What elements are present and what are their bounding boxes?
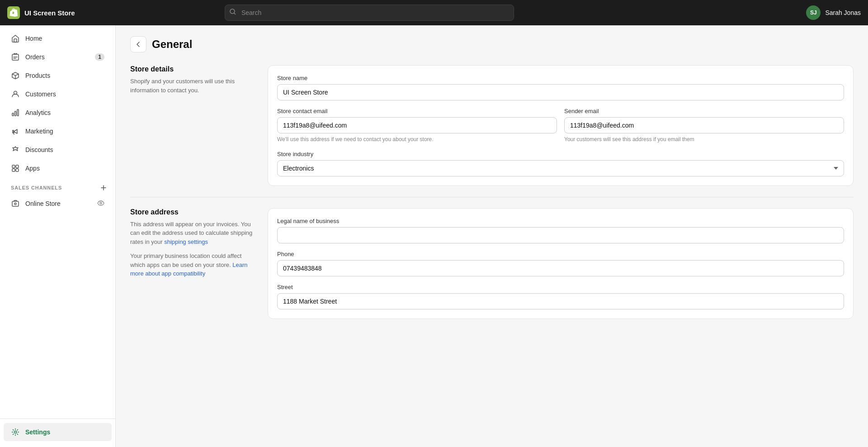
sidebar-item-settings[interactable]: Settings xyxy=(4,423,112,441)
phone-field-group: Phone xyxy=(277,251,844,276)
store-name-label: Store name xyxy=(277,75,844,81)
street-input[interactable] xyxy=(277,293,844,309)
store-industry-select[interactable]: Electronics Apparel & Accessories Food &… xyxy=(277,160,844,176)
store-details-title: Store details xyxy=(130,65,257,73)
sidebar-label-apps: Apps xyxy=(25,165,40,172)
email-row: Store contact email We'll use this addre… xyxy=(277,108,844,151)
search-icon xyxy=(229,8,236,17)
marketing-icon xyxy=(11,127,20,136)
store-details-desc: Shopify and your customers will use this… xyxy=(130,77,257,95)
sidebar-item-home[interactable]: Home xyxy=(4,29,112,48)
sender-email-field-group: Sender email Your customers will see thi… xyxy=(564,108,844,151)
page-title: General xyxy=(152,38,192,51)
svg-rect-12 xyxy=(12,201,19,206)
sidebar: Home Orders 1 Products xyxy=(0,25,116,447)
discounts-icon xyxy=(11,145,20,154)
apps-icon xyxy=(11,164,20,173)
store-contact-email-label: Store contact email xyxy=(277,108,557,114)
sender-email-label: Sender email xyxy=(564,108,844,114)
section-divider xyxy=(130,197,854,197)
sidebar-item-orders[interactable]: Orders 1 xyxy=(4,48,112,66)
svg-point-13 xyxy=(14,203,16,205)
back-button[interactable] xyxy=(130,36,146,52)
store-address-desc: This address will appear on your invoice… xyxy=(130,220,257,247)
sender-email-hint: Your customers will see this address if … xyxy=(564,136,844,143)
orders-badge: 1 xyxy=(95,53,104,61)
sidebar-item-marketing[interactable]: Marketing xyxy=(4,122,112,140)
street-field-group: Street xyxy=(277,284,844,309)
sidebar-footer: Settings xyxy=(0,418,115,447)
phone-input[interactable] xyxy=(277,260,844,276)
store-contact-hint: We'll use this address if we need to con… xyxy=(277,136,557,143)
svg-point-15 xyxy=(14,431,17,433)
phone-label: Phone xyxy=(277,251,844,257)
layout: Home Orders 1 Products xyxy=(0,25,868,447)
store-address-title: Store address xyxy=(130,208,257,216)
search-bar xyxy=(225,5,514,21)
sidebar-label-marketing: Marketing xyxy=(25,128,53,135)
sidebar-label-orders: Orders xyxy=(25,53,45,61)
street-label: Street xyxy=(277,284,844,290)
sidebar-label-customers: Customers xyxy=(25,90,56,98)
svg-rect-11 xyxy=(16,169,19,171)
sidebar-label-home: Home xyxy=(25,35,42,42)
sidebar-label-online-store: Online Store xyxy=(25,200,61,207)
user-area: SJ Sarah Jonas xyxy=(806,5,861,20)
sidebar-item-analytics[interactable]: Analytics xyxy=(4,104,112,122)
sidebar-label-analytics: Analytics xyxy=(25,109,51,116)
store-address-desc2: Your primary business location could aff… xyxy=(130,252,257,278)
brand-name: UI Screen Store xyxy=(24,9,75,17)
sidebar-label-discounts: Discounts xyxy=(25,146,53,153)
sidebar-label-settings: Settings xyxy=(25,428,50,436)
avatar[interactable]: SJ xyxy=(806,5,821,20)
sender-email-input[interactable] xyxy=(564,117,844,133)
store-industry-field-group: Store industry Electronics Apparel & Acc… xyxy=(277,151,844,176)
store-details-info: Store details Shopify and your customers… xyxy=(130,65,257,186)
sidebar-item-customers[interactable]: Customers xyxy=(4,85,112,103)
main-content: General Store details Shopify and your c… xyxy=(116,25,868,447)
legal-name-input[interactable] xyxy=(277,227,844,243)
svg-rect-5 xyxy=(12,113,14,116)
store-address-card: Legal name of business Phone Street xyxy=(268,208,854,319)
svg-rect-10 xyxy=(12,169,15,171)
orders-icon xyxy=(11,52,20,62)
store-contact-email-field-group: Store contact email We'll use this addre… xyxy=(277,108,557,143)
home-icon xyxy=(11,34,20,43)
store-address-section: Store address This address will appear o… xyxy=(130,208,854,319)
store-address-info: Store address This address will appear o… xyxy=(130,208,257,319)
shipping-settings-link[interactable]: shipping settings xyxy=(164,238,208,245)
sales-channels-section-label: SALES CHANNELS xyxy=(0,178,115,194)
analytics-icon xyxy=(11,108,20,117)
svg-point-14 xyxy=(100,202,102,204)
svg-rect-0 xyxy=(7,6,20,19)
svg-rect-2 xyxy=(14,39,17,42)
shopify-logo-icon xyxy=(7,6,20,19)
search-input[interactable] xyxy=(225,5,514,21)
brand[interactable]: UI Screen Store xyxy=(7,6,75,19)
store-details-section: Store details Shopify and your customers… xyxy=(130,65,854,186)
customers-icon xyxy=(11,90,20,99)
svg-rect-9 xyxy=(16,165,19,168)
store-industry-label: Store industry xyxy=(277,151,844,157)
page-header: General xyxy=(130,36,854,52)
svg-rect-8 xyxy=(12,165,15,168)
add-sales-channel-button[interactable] xyxy=(99,183,108,192)
topbar: UI Screen Store SJ Sarah Jonas xyxy=(0,0,868,25)
online-store-visibility-icon[interactable] xyxy=(97,200,104,208)
sidebar-item-products[interactable]: Products xyxy=(4,67,112,85)
sidebar-item-apps[interactable]: Apps xyxy=(4,159,112,177)
sidebar-item-online-store[interactable]: Online Store xyxy=(4,195,112,213)
svg-rect-7 xyxy=(17,109,19,116)
sidebar-label-products: Products xyxy=(25,72,50,79)
online-store-icon xyxy=(11,199,20,208)
legal-name-label: Legal name of business xyxy=(277,218,844,224)
products-icon xyxy=(11,71,20,80)
store-contact-email-input[interactable] xyxy=(277,117,557,133)
svg-rect-6 xyxy=(15,111,16,116)
sidebar-item-discounts[interactable]: Discounts xyxy=(4,141,112,159)
legal-name-field-group: Legal name of business xyxy=(277,218,844,243)
store-name-input[interactable] xyxy=(277,84,844,100)
store-details-card: Store name Store contact email We'll use… xyxy=(268,65,854,186)
store-name-field-group: Store name xyxy=(277,75,844,100)
user-name: Sarah Jonas xyxy=(825,9,861,16)
